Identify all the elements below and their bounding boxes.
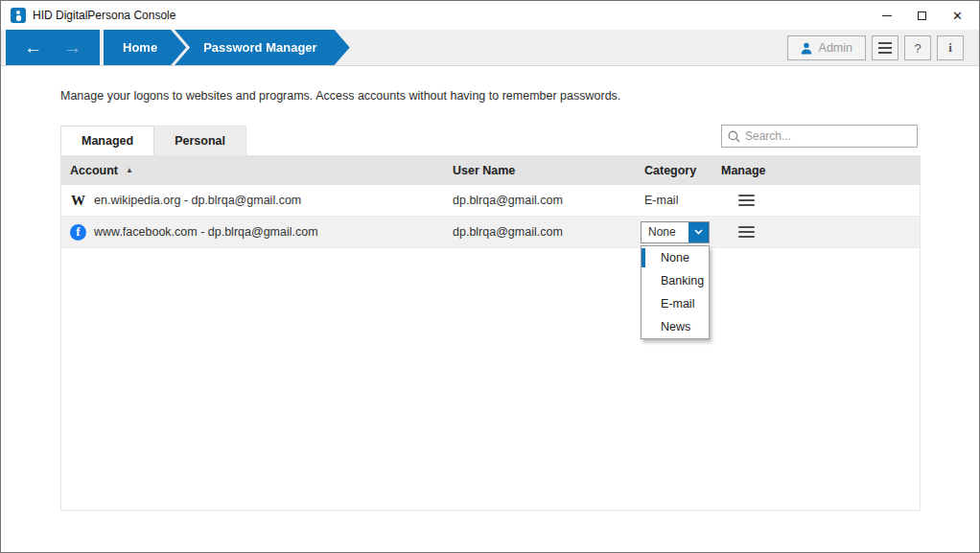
table-row[interactable]: W en.wikipedia.org - dp.blrqa@gmail.com … — [61, 185, 920, 217]
column-header-account[interactable]: Account ▲ — [61, 164, 453, 177]
page-description: Manage your logons to websites and progr… — [60, 89, 620, 103]
close-button[interactable]: ✕ — [940, 1, 975, 30]
minimize-button[interactable] — [869, 1, 904, 30]
help-icon: ? — [914, 41, 921, 56]
manage-menu-icon[interactable] — [738, 226, 920, 239]
dropdown-option-email[interactable]: E-mail — [642, 292, 709, 315]
account-cell: W en.wikipedia.org - dp.blrqa@gmail.com — [61, 193, 453, 209]
info-icon: i — [948, 40, 952, 56]
info-button[interactable]: i — [937, 35, 964, 60]
dropdown-option-banking[interactable]: Banking — [642, 269, 709, 292]
category-combobox[interactable]: None — [641, 221, 710, 243]
menu-button[interactable] — [872, 35, 898, 60]
forward-arrow-icon: → — [63, 38, 82, 57]
user-name-cell: dp.blrqa@gmail.com — [453, 225, 644, 239]
category-cell: E-mail — [644, 194, 721, 207]
column-header-category[interactable]: Category — [644, 164, 721, 177]
account-label: en.wikipedia.org - dp.blrqa@gmail.com — [94, 194, 301, 207]
table-header: Account ▲ User Name Category Manage — [61, 155, 920, 185]
search-input[interactable] — [745, 129, 917, 143]
nav-history-arrows: ← → — [6, 30, 100, 65]
tab-personal[interactable]: Personal — [154, 126, 246, 155]
category-dropdown-button[interactable] — [688, 222, 709, 242]
sort-ascending-icon: ▲ — [126, 166, 133, 174]
help-button[interactable]: ? — [904, 35, 931, 60]
dropdown-option-news[interactable]: News — [642, 315, 709, 338]
accounts-table: Account ▲ User Name Category Manage W en… — [60, 155, 921, 511]
column-header-user-name[interactable]: User Name — [453, 164, 644, 177]
nav-right-buttons: Admin ? i — [787, 35, 964, 60]
table-row[interactable]: f www.facebook.com - dp.blrqa@gmail.com … — [61, 217, 920, 248]
dropdown-option-none[interactable]: None — [642, 246, 709, 269]
maximize-icon — [918, 12, 926, 20]
search-box — [721, 125, 918, 148]
tab-bar: Managed Personal — [60, 126, 246, 155]
manage-cell — [721, 195, 920, 207]
facebook-icon: f — [70, 224, 86, 241]
category-dropdown-list: None Banking E-mail News — [641, 245, 710, 339]
breadcrumb: Home Password Manager — [100, 30, 350, 65]
app-window: HID DigitalPersona Console ✕ ← → Home Pa… — [0, 0, 980, 553]
chevron-down-icon — [694, 229, 703, 235]
window-title: HID DigitalPersona Console — [33, 9, 175, 22]
nav-bar: ← → Home Password Manager Admin ? i — [1, 30, 979, 66]
content-area: Manage your logons to websites and progr… — [1, 66, 979, 552]
column-header-manage: Manage — [721, 164, 920, 177]
manage-menu-icon[interactable] — [738, 195, 920, 207]
title-bar: HID DigitalPersona Console ✕ — [1, 1, 979, 30]
category-cell: None None Banking E-mail News — [644, 221, 721, 243]
breadcrumb-password-manager[interactable]: Password Manager — [175, 30, 350, 65]
maximize-button[interactable] — [904, 1, 940, 30]
back-arrow-icon[interactable]: ← — [24, 38, 42, 57]
account-label: www.facebook.com - dp.blrqa@gmail.com — [94, 225, 318, 239]
tab-managed[interactable]: Managed — [60, 126, 154, 155]
close-icon: ✕ — [952, 10, 963, 22]
admin-button-label: Admin — [819, 41, 852, 55]
window-controls: ✕ — [869, 1, 975, 30]
minimize-icon — [882, 15, 892, 16]
search-icon — [728, 130, 740, 143]
wikipedia-icon: W — [70, 193, 86, 209]
account-cell: f www.facebook.com - dp.blrqa@gmail.com — [61, 224, 453, 241]
hamburger-icon — [878, 42, 892, 55]
column-header-account-label: Account — [70, 164, 118, 177]
digitalpersona-logo-icon — [11, 8, 26, 23]
breadcrumb-home[interactable]: Home — [104, 30, 186, 65]
admin-button[interactable]: Admin — [787, 35, 866, 60]
user-icon — [801, 42, 812, 55]
manage-cell — [721, 226, 920, 239]
category-selected-value: None — [642, 222, 688, 242]
user-name-cell: dp.blrqa@gmail.com — [453, 194, 644, 207]
